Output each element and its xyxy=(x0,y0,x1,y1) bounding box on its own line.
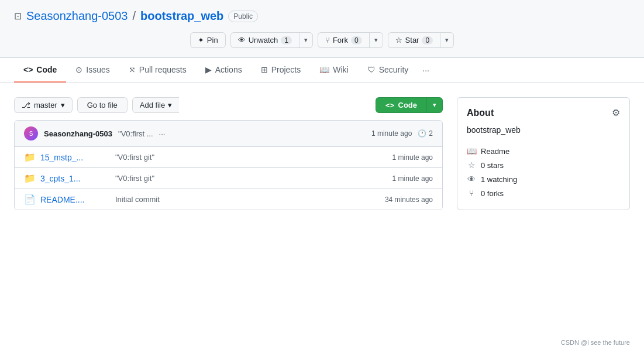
branch-selector[interactable]: ⎇ master ▾ xyxy=(14,97,73,113)
watermark: CSDN @i see the future xyxy=(561,339,630,346)
branch-caret-icon: ▾ xyxy=(61,101,65,109)
file-time: 34 minutes ago xyxy=(374,196,433,204)
book-icon: 📖 xyxy=(467,146,476,156)
fork-icon: ⑂ xyxy=(325,36,330,44)
forks-label[interactable]: 0 forks xyxy=(481,189,504,198)
security-tab-icon: 🛡 xyxy=(367,65,376,74)
visibility-badge: Public xyxy=(228,11,258,22)
fork-button[interactable]: ⑂ Fork 0 xyxy=(318,32,369,48)
watching-label[interactable]: 1 watching xyxy=(481,175,517,184)
pin-button[interactable]: ✦ Pin xyxy=(190,32,226,48)
pin-label: Pin xyxy=(207,36,218,44)
repo-title-row: ⊡ Seasonzhang-0503 / bootstrap_web Publi… xyxy=(14,9,630,23)
forks-stat: ⑂ 0 forks xyxy=(467,186,620,200)
file-name-link[interactable]: 15_mstp_... xyxy=(40,153,111,162)
about-title: About xyxy=(467,108,494,118)
tab-issues-label: Issues xyxy=(86,65,109,74)
fork-btn-group: ⑂ Fork 0 ▾ xyxy=(318,32,383,48)
issues-tab-icon: ⊙ xyxy=(75,65,82,74)
tab-wiki-label: Wiki xyxy=(333,65,348,74)
unwatch-btn-group: 👁 Unwatch 1 ▾ xyxy=(230,32,313,48)
history-count: 2 xyxy=(429,129,433,138)
commit-dots-button[interactable]: ··· xyxy=(159,129,166,138)
tab-code[interactable]: <> Code xyxy=(14,58,66,83)
unwatch-caret-icon: ▾ xyxy=(304,36,308,44)
tab-actions[interactable]: ▶ Actions xyxy=(196,58,252,83)
tab-issues[interactable]: ⊙ Issues xyxy=(66,58,119,83)
commit-history[interactable]: 🕐 2 xyxy=(418,129,433,138)
code-button[interactable]: <> Code xyxy=(376,97,426,113)
star-outline-icon: ☆ xyxy=(395,36,402,44)
fork-caret-icon: ▾ xyxy=(374,36,378,44)
readme-label[interactable]: Readme xyxy=(481,147,509,156)
star-caret-button[interactable]: ▾ xyxy=(440,32,454,48)
file-row: 📁 15_mstp_... "V0:first git" 1 minute ag… xyxy=(15,147,442,168)
right-sidebar: About ⚙ bootstrap_web 📖 Readme ☆ 0 stars… xyxy=(457,97,630,210)
repo-icon: ⊡ xyxy=(14,11,22,22)
more-tabs-icon: ··· xyxy=(422,66,429,75)
star-stat-icon: ☆ xyxy=(467,160,476,170)
stars-label[interactable]: 0 stars xyxy=(481,161,504,170)
file-time: 1 minute ago xyxy=(374,153,433,162)
repo-name-link[interactable]: bootstrap_web xyxy=(140,9,223,23)
more-tabs-button[interactable]: ··· xyxy=(418,59,434,82)
history-clock-icon: 🕐 xyxy=(418,129,426,138)
stars-stat: ☆ 0 stars xyxy=(467,158,620,172)
avatar: S xyxy=(24,126,38,140)
about-section: About ⚙ bootstrap_web 📖 Readme ☆ 0 stars… xyxy=(457,97,630,210)
commit-author[interactable]: Seasonzhang-0503 xyxy=(44,129,112,138)
fork-caret-button[interactable]: ▾ xyxy=(369,32,383,48)
commit-message: "V0:first ... xyxy=(118,129,153,138)
file-commit-msg: "V0:first git" xyxy=(115,174,370,183)
file-row: 📁 3_cpts_1... "V0:first git" 1 minute ag… xyxy=(15,168,442,189)
code-tab-icon: <> xyxy=(23,65,33,74)
branch-name: master xyxy=(34,101,57,109)
main-content: ⎇ master ▾ Go to file Add file ▾ <> xyxy=(0,83,644,224)
tab-pr-label: Pull requests xyxy=(139,65,187,74)
projects-tab-icon: ⊞ xyxy=(261,65,268,74)
tab-security[interactable]: 🛡 Security xyxy=(358,58,418,83)
file-row: 📄 README.... Initial commit 34 minutes a… xyxy=(15,189,442,210)
unwatch-caret-button[interactable]: ▾ xyxy=(299,32,313,48)
wiki-tab-icon: 📖 xyxy=(319,65,329,74)
file-browser-toolbar: ⎇ master ▾ Go to file Add file ▾ <> xyxy=(14,97,443,113)
file-browser: ⎇ master ▾ Go to file Add file ▾ <> xyxy=(14,97,443,210)
file-name-link[interactable]: README.... xyxy=(40,195,111,204)
unwatch-label: Unwatch xyxy=(249,36,278,44)
tab-projects-label: Projects xyxy=(271,65,301,74)
file-table: S Seasonzhang-0503 "V0:first ... ··· 1 m… xyxy=(14,120,443,210)
tab-projects[interactable]: ⊞ Projects xyxy=(252,58,311,83)
commit-row: S Seasonzhang-0503 "V0:first ... ··· 1 m… xyxy=(15,121,442,147)
code-caret-button[interactable]: ▾ xyxy=(426,97,443,113)
doc-file-icon: 📄 xyxy=(24,194,36,205)
gear-icon[interactable]: ⚙ xyxy=(612,107,620,118)
tab-pull-requests[interactable]: ⤲ Pull requests xyxy=(119,58,196,83)
tab-security-label: Security xyxy=(379,65,409,74)
tab-wiki[interactable]: 📖 Wiki xyxy=(310,58,357,83)
page-wrapper: ⊡ Seasonzhang-0503 / bootstrap_web Publi… xyxy=(0,0,644,353)
add-file-button[interactable]: Add file ▾ xyxy=(132,97,179,113)
fork-stat-icon: ⑂ xyxy=(467,189,476,198)
file-time: 1 minute ago xyxy=(374,174,433,183)
star-button[interactable]: ☆ Star 0 xyxy=(388,32,440,48)
about-description: bootstrap_web xyxy=(467,125,620,135)
unwatch-button[interactable]: 👁 Unwatch 1 xyxy=(230,32,299,48)
add-file-btn-group: Add file ▾ xyxy=(132,97,179,113)
tab-actions-label: Actions xyxy=(215,65,242,74)
commit-time: 1 minute ago xyxy=(371,129,412,138)
goto-file-button[interactable]: Go to file xyxy=(77,97,128,113)
unwatch-count: 1 xyxy=(281,36,292,44)
repo-separator: / xyxy=(132,9,136,23)
star-caret-icon: ▾ xyxy=(445,36,449,44)
eye-stat-icon: 👁 xyxy=(467,174,476,184)
tab-code-label: Code xyxy=(36,65,57,74)
file-name-link[interactable]: 3_cpts_1... xyxy=(40,174,111,183)
goto-file-label: Go to file xyxy=(87,101,118,109)
star-btn-group: ☆ Star 0 ▾ xyxy=(388,32,454,48)
readme-stat: 📖 Readme xyxy=(467,144,620,158)
watching-stat: 👁 1 watching xyxy=(467,172,620,186)
actions-tab-icon: ▶ xyxy=(205,65,212,74)
file-commit-msg: "V0:first git" xyxy=(115,153,370,162)
fork-count: 0 xyxy=(351,36,362,44)
repo-owner-link[interactable]: Seasonzhang-0503 xyxy=(26,9,128,23)
